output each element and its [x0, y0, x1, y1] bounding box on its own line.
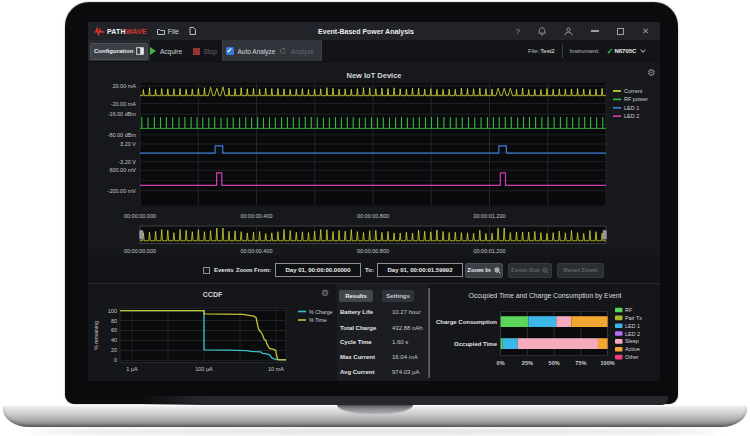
stop-button[interactable]: Stop — [193, 40, 217, 62]
result-label: Cycle Time — [340, 339, 392, 345]
toolbar-separator — [562, 44, 563, 58]
file-label: File: — [528, 48, 539, 54]
main-chart-title: New IoT Device — [88, 71, 660, 80]
legend-swatch — [615, 323, 623, 328]
legend-label: % Charge — [309, 309, 333, 315]
maximize-button[interactable] — [617, 28, 624, 35]
result-label: Max Current — [340, 354, 392, 360]
zoom-out-magnifier-icon — [542, 267, 549, 274]
main-chart-settings-gear-icon[interactable]: ⚙ — [647, 67, 656, 78]
y-axis-label: -200.00 mV — [108, 188, 137, 194]
acquire-button[interactable]: Acquire — [150, 40, 182, 62]
laptop-hinge — [140, 396, 668, 405]
x-axis-label: 00:00:00.800 — [357, 213, 389, 219]
analyze-button[interactable]: Analyze — [279, 40, 314, 62]
titlebar: PATHWAVE File Event-Based Power Analysis… — [88, 22, 660, 40]
legend-swatch — [615, 331, 623, 336]
laptop-shadow — [30, 429, 720, 434]
zoom-out-label: Zoom Out — [511, 267, 539, 273]
minimize-button[interactable] — [591, 30, 599, 31]
y-axis-label: 20.00 mA — [112, 83, 136, 89]
acquire-label: Acquire — [160, 48, 182, 55]
result-value: 432.88 nAh — [392, 325, 423, 331]
analyze-label: Analyze — [291, 48, 314, 55]
laptop-mockup: 20.00 mA-20.00 mA-16.00 dBm-80.00 dBm3.2… — [0, 0, 750, 436]
tab-results[interactable]: Results — [339, 290, 373, 302]
result-label: Avg Current — [340, 369, 392, 375]
zoom-in-magnifier-icon — [494, 267, 501, 274]
refresh-icon — [279, 47, 287, 55]
result-value: 974.03 µA — [392, 369, 419, 375]
bar-segment-led-1 — [528, 316, 556, 327]
tab-settings[interactable]: Settings — [382, 290, 414, 302]
bar-category-label: Occupied Time — [454, 341, 498, 347]
help-icon[interactable]: ? — [515, 27, 519, 36]
toolbar-right: File: Test2 Instrument: ✓ N6705C — [528, 40, 647, 62]
y-axis-label: -20.00 mA — [111, 101, 137, 107]
events-chart-title: Occupied Time and Charge Consumption by … — [430, 292, 660, 299]
legend-swatch — [615, 339, 623, 344]
events-label: Events — [214, 267, 234, 273]
bar-segment-rf — [501, 316, 529, 327]
y-axis-label: 3.20 V — [120, 141, 136, 147]
events-checkbox[interactable] — [203, 267, 210, 274]
file-menu[interactable]: File — [157, 28, 179, 35]
ccdf-settings-gear-icon[interactable]: ⚙ — [321, 288, 329, 298]
folder-icon — [157, 28, 165, 35]
y-axis-label: -3.20 V — [118, 159, 136, 165]
chevron-down-icon[interactable] — [639, 48, 647, 54]
legend-swatch — [615, 308, 623, 313]
brand-wave: WAVE — [126, 28, 147, 35]
configuration-button[interactable]: Configuration — [90, 43, 148, 60]
pathwave-logo: PATHWAVE — [94, 27, 147, 36]
legend-label: LED 2 — [624, 113, 639, 119]
x-axis-label: 75% — [575, 360, 586, 366]
result-value: 16.04 mA — [392, 354, 418, 360]
bar-category-label: Charge Consumption — [436, 319, 497, 325]
instrument-label: Instrument: — [570, 48, 600, 54]
toolbar: Configuration Acquire Stop ✓ Auto Analyz… — [88, 40, 660, 62]
new-document-button[interactable] — [189, 27, 196, 35]
checkbox-checked-icon: ✓ — [226, 47, 234, 55]
stop-label: Stop — [204, 48, 217, 55]
legend-label: Pair Tx — [625, 315, 642, 321]
range-handle-right[interactable] — [603, 230, 607, 240]
legend-swatch — [615, 316, 623, 321]
bar-segment-rf — [501, 338, 503, 349]
zoom-from-input[interactable]: Day 01, 00:00:00.00000 — [275, 263, 361, 277]
file-menu-label: File — [168, 28, 179, 35]
auto-analyze-checkbox[interactable]: ✓ Auto Analyze — [226, 40, 276, 62]
y-axis-label: 600.00 mV — [109, 167, 136, 173]
result-label: Battery Life — [340, 309, 392, 315]
result-row: Avg Current 974.03 µA — [340, 369, 428, 375]
stop-icon — [193, 48, 200, 55]
y-axis-tick: 40 — [111, 337, 117, 343]
user-account-icon[interactable] — [564, 27, 573, 36]
notifications-bell-icon[interactable] — [538, 27, 546, 36]
x-axis-label: 1 µA — [126, 366, 138, 372]
legend-label: Active — [625, 346, 640, 352]
bar-segment-active — [598, 338, 608, 349]
play-icon — [150, 47, 156, 55]
ccdf-plot-area[interactable] — [120, 308, 286, 362]
brand-path: PATH — [107, 28, 126, 35]
result-row: Total Charge 432.88 nAh — [340, 325, 428, 331]
close-button[interactable]: ✕ — [642, 26, 649, 36]
panel-toggle-icon — [136, 47, 144, 55]
instrument-value: N6705C — [614, 48, 636, 54]
x-axis-label: 00:00:01.200 — [473, 248, 505, 254]
range-handle-left[interactable] — [139, 230, 143, 240]
reset-zoom-button[interactable]: Reset Zoom — [557, 263, 604, 278]
x-axis-label: 00:00:00.400 — [240, 248, 272, 254]
reset-zoom-label: Reset Zoom — [563, 267, 597, 273]
zoom-in-button[interactable]: Zoom In — [465, 263, 503, 278]
result-row: Cycle Time 1.60 s — [340, 339, 428, 345]
legend-label: LED 2 — [625, 331, 640, 337]
x-axis-label: 00:00:00.800 — [357, 248, 389, 254]
legend-label: RF power — [624, 96, 648, 102]
bar-segment-sleep — [518, 338, 598, 349]
legend-label: Current — [624, 88, 643, 94]
zoom-out-button[interactable]: Zoom Out — [508, 263, 552, 278]
x-axis-label: 10 mA — [268, 366, 284, 372]
zoom-to-input[interactable]: Day 01, 00:00:01.59992 — [377, 263, 463, 277]
